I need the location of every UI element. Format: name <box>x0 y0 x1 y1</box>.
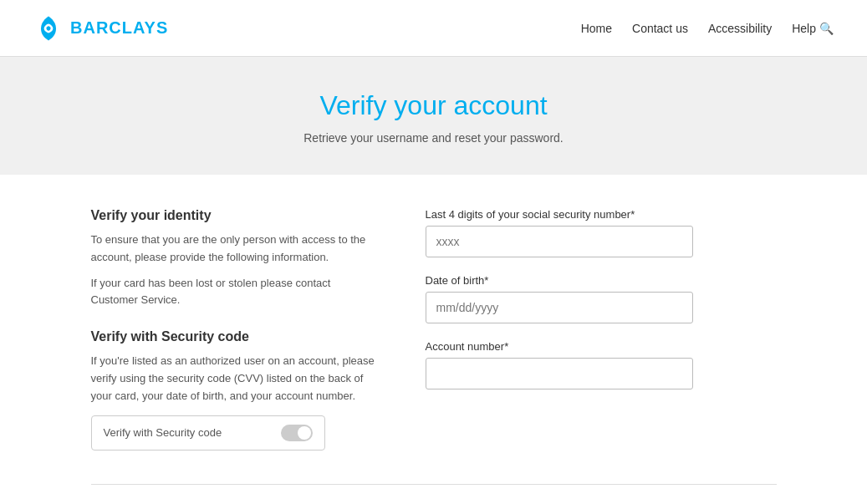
form-divider <box>91 484 777 485</box>
page-subtitle: Retrieve your username and reset your pa… <box>17 131 850 145</box>
nav-help-area: Help 🔍 <box>792 22 834 35</box>
ssn-field-group: Last 4 digits of your social security nu… <box>426 208 777 257</box>
barclays-logo-icon <box>33 13 64 43</box>
security-title: Verify with Security code <box>91 329 375 344</box>
account-input[interactable] <box>426 358 693 389</box>
nav-home[interactable]: Home <box>581 22 612 35</box>
toggle-label: Verify with Security code <box>104 426 222 439</box>
security-section: Verify with Security code If you're list… <box>91 329 375 450</box>
left-column: Verify your identity To ensure that you … <box>91 208 375 451</box>
logo-text: BARCLAYS <box>70 18 168 38</box>
main-nav: Home Contact us Accessibility Help 🔍 <box>581 22 834 35</box>
nav-help[interactable]: Help <box>792 22 816 35</box>
identity-text-2: If your card has been lost or stolen ple… <box>91 275 375 310</box>
security-code-toggle[interactable] <box>281 425 313 441</box>
right-column: Last 4 digits of your social security nu… <box>426 208 777 451</box>
dob-field-group: Date of birth* <box>426 274 777 323</box>
dob-label: Date of birth* <box>426 274 777 287</box>
page-title: Verify your account <box>17 90 850 121</box>
main-content: Verify your identity To ensure that you … <box>58 208 810 451</box>
nav-accessibility[interactable]: Accessibility <box>708 22 772 35</box>
dob-input[interactable] <box>426 292 693 323</box>
ssn-label: Last 4 digits of your social security nu… <box>426 208 777 221</box>
toggle-row: Verify with Security code <box>91 415 325 451</box>
header: BARCLAYS Home Contact us Accessibility H… <box>0 0 867 57</box>
ssn-input[interactable] <box>426 226 693 257</box>
hero-banner: Verify your account Retrieve your userna… <box>0 57 867 175</box>
account-label: Account number* <box>426 340 777 353</box>
logo-area: BARCLAYS <box>33 13 168 43</box>
security-text: If you're listed as an authorized user o… <box>91 353 375 405</box>
account-field-group: Account number* <box>426 340 777 389</box>
identity-title: Verify your identity <box>91 208 375 223</box>
nav-contact-us[interactable]: Contact us <box>632 22 688 35</box>
identity-text-1: To ensure that you are the only person w… <box>91 232 375 267</box>
search-icon[interactable]: 🔍 <box>819 22 834 35</box>
